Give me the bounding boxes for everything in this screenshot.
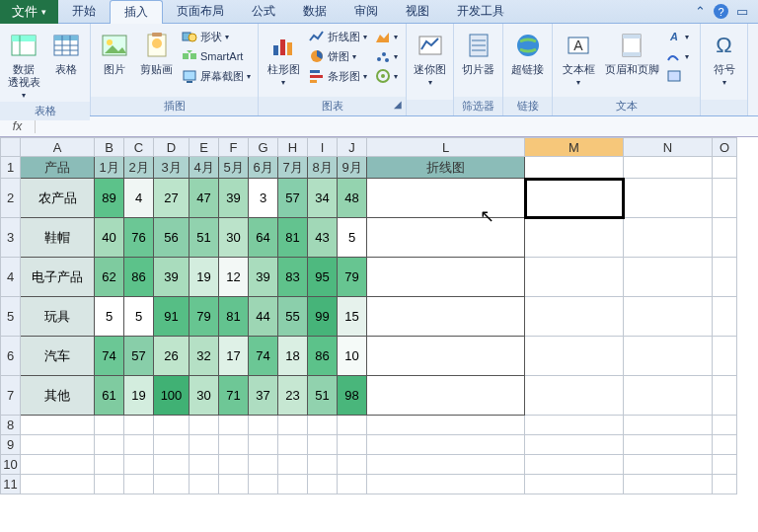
data-cell[interactable]: 55	[278, 297, 308, 337]
data-cell[interactable]: 81	[219, 297, 249, 337]
hyperlink-button[interactable]: 超链接	[507, 28, 548, 78]
data-cell[interactable]: 48	[338, 179, 367, 218]
col-header[interactable]: I	[308, 138, 338, 157]
cell[interactable]	[124, 416, 154, 435]
row-label[interactable]: 电子产品	[21, 258, 95, 297]
cell[interactable]	[367, 475, 525, 494]
data-cell[interactable]: 76	[124, 218, 154, 258]
cell[interactable]	[624, 475, 713, 494]
cell[interactable]	[713, 455, 737, 475]
tab-home[interactable]: 开始	[58, 0, 110, 24]
cell[interactable]	[95, 455, 124, 475]
row-header[interactable]: 5	[1, 297, 21, 337]
cell[interactable]	[624, 416, 713, 435]
table-header[interactable]: 6月	[249, 157, 278, 179]
data-cell[interactable]: 86	[124, 258, 154, 297]
area-chart-button[interactable]: ▾	[372, 28, 401, 45]
symbol-button[interactable]: Ω 符号▾	[705, 28, 743, 89]
cell[interactable]	[249, 416, 278, 435]
row-header[interactable]: 8	[1, 416, 21, 435]
table-header[interactable]: 折线图	[367, 157, 525, 179]
data-cell[interactable]: 19	[190, 258, 219, 297]
tab-insert[interactable]: 插入	[110, 0, 163, 24]
cell[interactable]	[525, 337, 624, 376]
tab-formulas[interactable]: 公式	[238, 0, 289, 24]
cell[interactable]	[219, 416, 249, 435]
slicer-button[interactable]: 切片器	[458, 28, 498, 78]
row-header[interactable]: 11	[1, 475, 21, 494]
data-cell[interactable]: 32	[190, 337, 219, 376]
row-label[interactable]: 玩具	[21, 297, 95, 337]
cell[interactable]	[154, 455, 190, 475]
col-header[interactable]: O	[713, 138, 737, 157]
header-footer-button[interactable]: 页眉和页脚	[602, 28, 661, 78]
row-header[interactable]: 4	[1, 258, 21, 297]
data-cell[interactable]: 83	[278, 258, 308, 297]
data-cell[interactable]: 99	[308, 297, 338, 337]
table-header[interactable]: 7月	[278, 157, 308, 179]
shapes-button[interactable]: 形状▾	[179, 28, 254, 45]
col-header[interactable]: A	[21, 138, 95, 157]
picture-button[interactable]: 图片	[95, 28, 135, 78]
data-cell[interactable]: 89	[95, 179, 124, 218]
data-cell[interactable]: 40	[95, 218, 124, 258]
col-header[interactable]: D	[154, 138, 190, 157]
cell[interactable]	[624, 435, 713, 455]
data-cell[interactable]: 30	[190, 376, 219, 416]
cell[interactable]	[278, 475, 308, 494]
table-header[interactable]: 产品	[21, 157, 95, 179]
data-cell[interactable]: 5	[338, 218, 367, 258]
textbox-button[interactable]: A 文本框▾	[557, 28, 600, 89]
clipart-button[interactable]: 剪贴画	[137, 28, 178, 78]
table-header[interactable]: 4月	[190, 157, 219, 179]
object-button[interactable]	[663, 67, 692, 85]
data-cell[interactable]: 39	[219, 179, 249, 218]
table-button[interactable]: 表格	[46, 28, 87, 78]
cell[interactable]	[249, 435, 278, 455]
data-cell[interactable]: 5	[124, 297, 154, 337]
cell[interactable]	[367, 455, 525, 475]
cell[interactable]	[219, 455, 249, 475]
cell[interactable]	[713, 297, 737, 337]
cell[interactable]	[190, 475, 219, 494]
col-header[interactable]: J	[338, 138, 367, 157]
cell[interactable]	[525, 455, 624, 475]
row-label[interactable]: 其他	[21, 376, 95, 416]
cell[interactable]	[219, 435, 249, 455]
data-cell[interactable]: 64	[249, 218, 278, 258]
sparkline-button[interactable]: 迷你图▾	[411, 28, 449, 89]
tab-layout[interactable]: 页面布局	[163, 0, 238, 24]
scatter-chart-button[interactable]: ▾	[372, 47, 401, 65]
cell[interactable]	[624, 218, 713, 258]
cell[interactable]	[525, 475, 624, 494]
cell[interactable]	[308, 475, 338, 494]
tab-view[interactable]: 视图	[392, 0, 443, 24]
table-header[interactable]: 1月	[95, 157, 124, 179]
cell[interactable]	[525, 258, 624, 297]
cell[interactable]	[308, 455, 338, 475]
cell[interactable]	[713, 258, 737, 297]
row-header[interactable]: 10	[1, 455, 21, 475]
cell[interactable]	[713, 376, 737, 416]
cell[interactable]	[525, 218, 624, 258]
row-header[interactable]: 6	[1, 337, 21, 376]
cell[interactable]	[95, 475, 124, 494]
data-cell[interactable]: 5	[95, 297, 124, 337]
table-header[interactable]: 2月	[124, 157, 154, 179]
cell[interactable]	[525, 297, 624, 337]
fx-label[interactable]: fx	[0, 119, 36, 133]
cell[interactable]	[338, 455, 367, 475]
cell[interactable]	[190, 416, 219, 435]
sparkline-cell[interactable]	[367, 179, 525, 218]
data-cell[interactable]: 71	[219, 376, 249, 416]
row-label[interactable]: 鞋帽	[21, 218, 95, 258]
cell[interactable]	[624, 297, 713, 337]
cell[interactable]	[21, 435, 95, 455]
screenshot-button[interactable]: 屏幕截图▾	[179, 67, 254, 85]
data-cell[interactable]: 91	[154, 297, 190, 337]
data-cell[interactable]: 34	[308, 179, 338, 218]
expand-icon[interactable]: ◢	[394, 99, 402, 110]
cell[interactable]	[190, 455, 219, 475]
wordart-button[interactable]: A▾	[663, 28, 692, 45]
file-tab[interactable]: 文件▾	[0, 0, 58, 24]
